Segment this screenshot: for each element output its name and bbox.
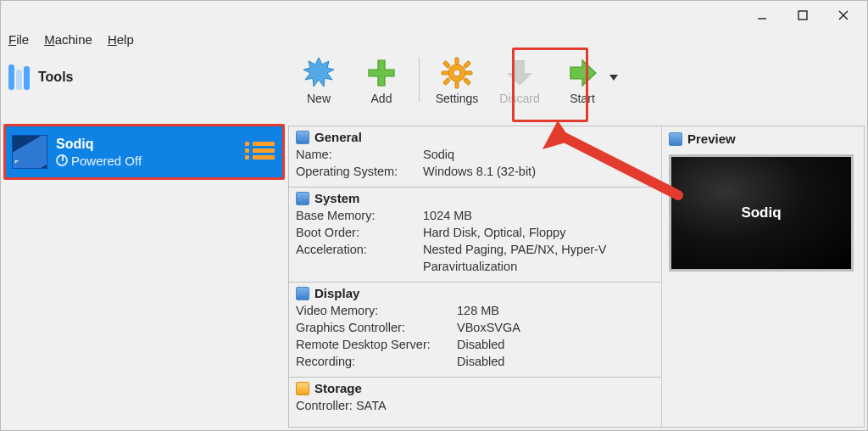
preview-icon bbox=[669, 132, 682, 146]
svg-marker-4 bbox=[303, 58, 334, 87]
svg-rect-14 bbox=[443, 78, 450, 85]
preview-panel: Preview Sodiq bbox=[662, 126, 864, 427]
annotation-box-vm bbox=[3, 124, 285, 180]
preview-thumbnail[interactable]: Sodiq bbox=[669, 154, 854, 271]
system-icon bbox=[296, 192, 309, 205]
storage-controller: Controller: SATA bbox=[296, 397, 387, 414]
display-gc: VBoxSVGA bbox=[457, 319, 520, 336]
app-window: File Machine Help Tools New Add bbox=[0, 0, 868, 431]
tools-icon bbox=[8, 64, 30, 90]
svg-rect-9 bbox=[442, 71, 448, 75]
settings-label: Settings bbox=[436, 92, 479, 105]
svg-marker-17 bbox=[609, 75, 618, 81]
system-mem: 1024 MB bbox=[423, 207, 472, 224]
svg-rect-13 bbox=[464, 61, 470, 68]
general-icon bbox=[296, 131, 309, 144]
new-label: New bbox=[307, 92, 331, 105]
annotation-box-start bbox=[512, 48, 588, 122]
section-storage-header[interactable]: Storage bbox=[296, 381, 654, 397]
window-controls bbox=[743, 3, 863, 27]
minimize-button[interactable] bbox=[743, 3, 782, 27]
new-button[interactable]: New bbox=[288, 53, 349, 107]
display-vmem: 128 MB bbox=[457, 302, 499, 319]
start-dropdown[interactable] bbox=[609, 53, 618, 87]
system-boot: Hard Disk, Optical, Floppy bbox=[423, 224, 565, 241]
display-rds: Disabled bbox=[457, 336, 504, 353]
display-recording: Disabled bbox=[457, 353, 504, 370]
svg-rect-12 bbox=[464, 78, 470, 85]
tools-button[interactable]: Tools bbox=[8, 64, 73, 90]
menu-help[interactable]: Help bbox=[108, 32, 134, 47]
svg-rect-8 bbox=[455, 81, 459, 88]
menu-machine[interactable]: Machine bbox=[44, 32, 92, 47]
starburst-icon bbox=[300, 56, 337, 90]
general-os: Windows 8.1 (32-bit) bbox=[423, 163, 536, 180]
settings-button[interactable]: Settings bbox=[426, 53, 487, 107]
preview-header[interactable]: Preview bbox=[669, 132, 857, 146]
svg-rect-7 bbox=[455, 58, 459, 64]
details-main: General Name:Sodiq Operating System:Wind… bbox=[289, 126, 662, 427]
section-system-header[interactable]: System bbox=[296, 191, 654, 207]
preview-caption: Sodiq bbox=[741, 204, 781, 221]
add-button[interactable]: Add bbox=[351, 53, 412, 107]
section-display: Display Video Memory:128 MB Graphics Con… bbox=[289, 283, 661, 378]
storage-icon bbox=[296, 382, 309, 395]
toolbar-divider bbox=[419, 58, 420, 102]
close-button[interactable] bbox=[824, 3, 863, 27]
maximize-button[interactable] bbox=[783, 3, 822, 27]
section-storage: Storage Controller: SATA bbox=[289, 378, 661, 421]
plus-icon bbox=[363, 56, 400, 90]
svg-point-6 bbox=[453, 70, 460, 76]
display-icon bbox=[296, 287, 309, 300]
menu-file[interactable]: File bbox=[8, 32, 29, 47]
svg-rect-11 bbox=[443, 61, 450, 68]
svg-rect-10 bbox=[465, 71, 472, 75]
system-accel: Nested Paging, PAE/NX, Hyper-V Paravirtu… bbox=[423, 241, 643, 275]
section-general: General Name:Sodiq Operating System:Wind… bbox=[289, 126, 661, 188]
details-pane: General Name:Sodiq Operating System:Wind… bbox=[288, 126, 865, 428]
add-label: Add bbox=[371, 92, 392, 105]
section-display-header[interactable]: Display bbox=[296, 286, 654, 302]
gear-icon bbox=[438, 56, 476, 90]
section-general-header[interactable]: General bbox=[296, 130, 654, 146]
menu-bar: File Machine Help bbox=[8, 32, 134, 47]
general-name: Sodiq bbox=[423, 146, 454, 163]
tools-label: Tools bbox=[38, 70, 73, 85]
section-system: System Base Memory:1024 MB Boot Order:Ha… bbox=[289, 188, 661, 283]
svg-rect-1 bbox=[798, 11, 807, 20]
